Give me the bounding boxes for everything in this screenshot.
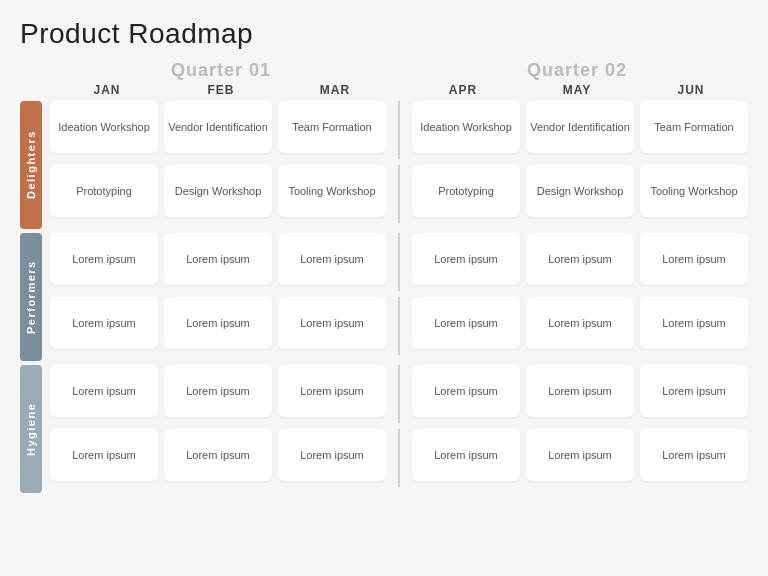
- month-headers-row: JAN FEB MAR APR MAY JUN: [50, 83, 748, 97]
- section-label-hygiene: Hygiene: [20, 365, 42, 493]
- cell-delighters-r1-c3: Prototyping: [412, 165, 520, 217]
- month-may: MAY: [520, 83, 634, 97]
- section-label-performers: Performers: [20, 233, 42, 361]
- cell-performers-r1-c3: Lorem ipsum: [412, 297, 520, 349]
- section-delighters: DelightersIdeation WorkshopVendor Identi…: [20, 101, 748, 229]
- cell-delighters-r1-c2: Tooling Workshop: [278, 165, 386, 217]
- cell-performers-r0-c4: Lorem ipsum: [526, 233, 634, 285]
- month-mar: MAR: [278, 83, 392, 97]
- section-performers-row-1: Lorem ipsumLorem ipsumLorem ipsumLorem i…: [50, 297, 748, 355]
- q1-months: JAN FEB MAR: [50, 83, 392, 97]
- month-apr: APR: [406, 83, 520, 97]
- cell-hygiene-r0-c2: Lorem ipsum: [278, 365, 386, 417]
- page-title: Product Roadmap: [20, 18, 748, 50]
- cell-hygiene-r1-c1: Lorem ipsum: [164, 429, 272, 481]
- cell-delighters-r1-c4: Design Workshop: [526, 165, 634, 217]
- section-label-delighters: Delighters: [20, 101, 42, 229]
- cell-delighters-r0-c4: Vendor Identification: [526, 101, 634, 153]
- cell-hygiene-r1-c5: Lorem ipsum: [640, 429, 748, 481]
- cell-delighters-r0-c3: Ideation Workshop: [412, 101, 520, 153]
- cell-hygiene-r1-c2: Lorem ipsum: [278, 429, 386, 481]
- cell-performers-r0-c3: Lorem ipsum: [412, 233, 520, 285]
- cell-delighters-r0-c2: Team Formation: [278, 101, 386, 153]
- slide: Product Roadmap Quarter 01 Quarter 02 JA…: [0, 0, 768, 576]
- cell-hygiene-r0-c1: Lorem ipsum: [164, 365, 272, 417]
- cell-performers-r1-c0: Lorem ipsum: [50, 297, 158, 349]
- cell-delighters-r0-c1: Vendor Identification: [164, 101, 272, 153]
- cell-hygiene-r0-c0: Lorem ipsum: [50, 365, 158, 417]
- cell-performers-r1-c5: Lorem ipsum: [640, 297, 748, 349]
- section-performers: PerformersLorem ipsumLorem ipsumLorem ip…: [20, 233, 748, 361]
- section-hygiene-row-1: Lorem ipsumLorem ipsumLorem ipsumLorem i…: [50, 429, 748, 487]
- cell-performers-r1-c2: Lorem ipsum: [278, 297, 386, 349]
- q2-months: APR MAY JUN: [406, 83, 748, 97]
- month-jan: JAN: [50, 83, 164, 97]
- cell-performers-r1-c4: Lorem ipsum: [526, 297, 634, 349]
- month-feb: FEB: [164, 83, 278, 97]
- cell-performers-r0-c5: Lorem ipsum: [640, 233, 748, 285]
- section-hygiene-row-0: Lorem ipsumLorem ipsumLorem ipsumLorem i…: [50, 365, 748, 423]
- cell-delighters-r1-c5: Tooling Workshop: [640, 165, 748, 217]
- section-performers-row-0: Lorem ipsumLorem ipsumLorem ipsumLorem i…: [50, 233, 748, 291]
- cell-hygiene-r0-c5: Lorem ipsum: [640, 365, 748, 417]
- cell-hygiene-r0-c4: Lorem ipsum: [526, 365, 634, 417]
- section-delighters-row-0: Ideation WorkshopVendor IdentificationTe…: [50, 101, 748, 159]
- cell-hygiene-r1-c0: Lorem ipsum: [50, 429, 158, 481]
- cell-delighters-r0-c5: Team Formation: [640, 101, 748, 153]
- section-delighters-row-1: PrototypingDesign WorkshopTooling Worksh…: [50, 165, 748, 223]
- cell-delighters-r1-c0: Prototyping: [50, 165, 158, 217]
- cell-delighters-r1-c1: Design Workshop: [164, 165, 272, 217]
- cell-hygiene-r0-c3: Lorem ipsum: [412, 365, 520, 417]
- cell-performers-r1-c1: Lorem ipsum: [164, 297, 272, 349]
- quarter-02-header: Quarter 02: [406, 60, 748, 81]
- quarter-headers-row: Quarter 01 Quarter 02: [50, 60, 748, 81]
- quarter-01-header: Quarter 01: [50, 60, 392, 81]
- cell-performers-r0-c0: Lorem ipsum: [50, 233, 158, 285]
- section-hygiene: HygieneLorem ipsumLorem ipsumLorem ipsum…: [20, 365, 748, 493]
- cell-hygiene-r1-c4: Lorem ipsum: [526, 429, 634, 481]
- quarter-02-label: Quarter 02: [527, 60, 627, 80]
- month-jun: JUN: [634, 83, 748, 97]
- cell-performers-r0-c2: Lorem ipsum: [278, 233, 386, 285]
- cell-performers-r0-c1: Lorem ipsum: [164, 233, 272, 285]
- sections-container: DelightersIdeation WorkshopVendor Identi…: [20, 101, 748, 493]
- quarter-01-label: Quarter 01: [171, 60, 271, 80]
- cell-delighters-r0-c0: Ideation Workshop: [50, 101, 158, 153]
- cell-hygiene-r1-c3: Lorem ipsum: [412, 429, 520, 481]
